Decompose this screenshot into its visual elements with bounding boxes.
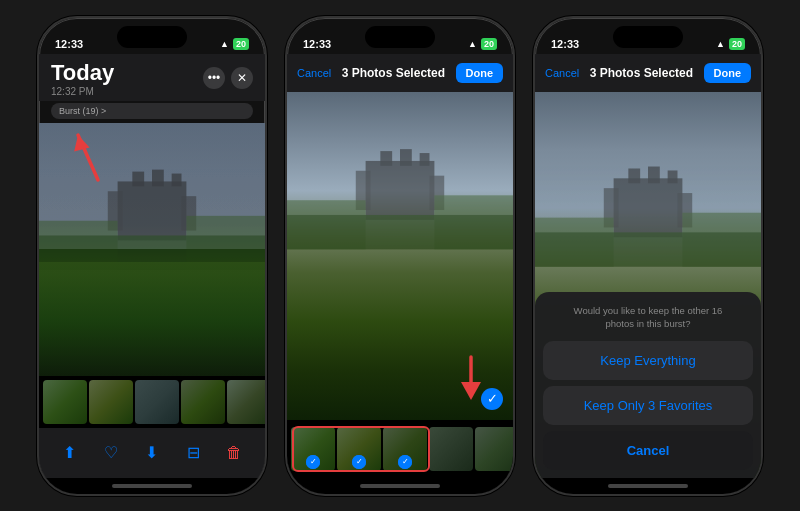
page-title-1: Today <box>51 60 114 86</box>
done-button-2[interactable]: Done <box>456 63 504 83</box>
burst-badge[interactable]: Burst (19) > <box>51 103 253 119</box>
arrow-container-1 <box>63 125 113 189</box>
status-time-3: 12:33 <box>551 38 579 50</box>
home-bar-3 <box>608 484 688 488</box>
screen-2: Cancel 3 Photos Selected Done ✓ <box>287 54 513 494</box>
heart-button[interactable]: ♡ <box>97 439 125 467</box>
screen-3: Cancel 3 Photos Selected Done <box>535 54 761 494</box>
thumb-p2-4[interactable] <box>429 427 473 471</box>
top-bar-2: Cancel 3 Photos Selected Done <box>287 54 513 92</box>
screen-1: Today 12:32 PM ••• ✕ Burst (19) > <box>39 54 265 494</box>
home-bar-1 <box>112 484 192 488</box>
home-indicator-3 <box>535 478 761 494</box>
thumb-3[interactable] <box>135 380 179 424</box>
svg-marker-21 <box>461 382 481 400</box>
svg-rect-22 <box>614 178 683 237</box>
svg-rect-19 <box>287 214 513 248</box>
home-bar-2 <box>360 484 440 488</box>
selected-count-2: 3 Photos Selected <box>342 66 445 80</box>
thumb-selected-3[interactable]: ✓ <box>383 427 427 471</box>
castle-svg-2 <box>287 92 513 289</box>
icloud-button[interactable]: ⬇ <box>138 439 166 467</box>
arrow-container-2 <box>451 352 491 406</box>
battery-3: 20 <box>729 38 745 50</box>
bottom-toolbar-1: ⬆ ♡ ⬇ ⊟ 🗑 <box>39 428 265 478</box>
action-cancel-button[interactable]: Cancel <box>543 431 753 470</box>
photo-background-1 <box>39 123 265 376</box>
phone-1: 12:33 ▲ 20 Today 12:32 PM ••• ✕ Burst (1… <box>37 16 267 496</box>
red-arrow-1 <box>63 125 113 185</box>
status-icons-3: ▲ 20 <box>716 38 745 50</box>
home-indicator-1 <box>39 478 265 494</box>
main-photo-2: ✓ <box>287 92 513 420</box>
status-time-1: 12:33 <box>55 38 83 50</box>
svg-rect-3 <box>172 174 182 187</box>
page-subtitle-1: 12:32 PM <box>51 86 114 97</box>
phone-2: 12:33 ▲ 20 Cancel 3 Photos Selected Done <box>285 16 515 496</box>
wifi-icon-1: ▲ <box>220 39 229 49</box>
top-bar-3: Cancel 3 Photos Selected Done <box>535 54 761 92</box>
wifi-icon-3: ▲ <box>716 39 725 49</box>
action-sheet-message: Would you like to keep the other 16 phot… <box>543 304 753 341</box>
svg-rect-23 <box>628 168 640 183</box>
nav-title-group: Today 12:32 PM <box>51 60 114 97</box>
burst-label: Burst (19) > <box>59 106 106 116</box>
thumb-p2-5[interactable] <box>475 427 513 471</box>
thumbnail-strip-2: ✓ ✓ ✓ <box>287 420 513 478</box>
battery-1: 20 <box>233 38 249 50</box>
thumbnail-strip-1 <box>39 376 265 428</box>
castle-svg-3 <box>535 92 761 324</box>
cancel-button-3[interactable]: Cancel <box>545 67 579 79</box>
thumb-4[interactable] <box>181 380 225 424</box>
close-icon-1: ✕ <box>237 71 247 85</box>
svg-rect-14 <box>420 153 430 166</box>
thumb-5[interactable] <box>227 380 265 424</box>
more-button-1[interactable]: ••• <box>203 67 225 89</box>
battery-2: 20 <box>481 38 497 50</box>
selected-count-3: 3 Photos Selected <box>590 66 693 80</box>
nav-bar-1: Today 12:32 PM ••• ✕ <box>39 54 265 101</box>
phone-3: 12:33 ▲ 20 Cancel 3 Photos Selected Done <box>533 16 763 496</box>
thumb-2[interactable] <box>89 380 133 424</box>
dynamic-island-3 <box>613 26 683 48</box>
ground-overlay-1 <box>39 262 265 376</box>
home-indicator-2 <box>287 478 513 494</box>
red-arrow-2 <box>451 352 491 402</box>
svg-rect-2 <box>152 170 164 187</box>
keep-favorites-button[interactable]: Keep Only 3 Favorites <box>543 386 753 425</box>
adjust-button[interactable]: ⊟ <box>179 439 207 467</box>
more-icon-1: ••• <box>208 71 221 85</box>
dynamic-island <box>117 26 187 48</box>
trash-button[interactable]: 🗑 <box>220 439 248 467</box>
svg-rect-13 <box>400 149 412 166</box>
svg-rect-0 <box>118 182 187 241</box>
wifi-icon-2: ▲ <box>468 39 477 49</box>
svg-rect-1 <box>132 172 144 187</box>
status-icons-1: ▲ 20 <box>220 38 249 50</box>
svg-rect-30 <box>535 232 761 266</box>
status-time-2: 12:33 <box>303 38 331 50</box>
svg-rect-11 <box>366 160 435 219</box>
svg-rect-24 <box>648 166 660 183</box>
share-button[interactable]: ⬆ <box>56 439 84 467</box>
thumb-1[interactable] <box>43 380 87 424</box>
keep-everything-button[interactable]: Keep Everything <box>543 341 753 380</box>
main-photo-3: Would you like to keep the other 16 phot… <box>535 92 761 478</box>
thumb-selected-1[interactable]: ✓ <box>291 427 335 471</box>
close-button-1[interactable]: ✕ <box>231 67 253 89</box>
cancel-button-2[interactable]: Cancel <box>297 67 331 79</box>
main-photo-1 <box>39 123 265 376</box>
nav-actions-1: ••• ✕ <box>203 67 253 89</box>
status-icons-2: ▲ 20 <box>468 38 497 50</box>
action-sheet: Would you like to keep the other 16 phot… <box>535 292 761 478</box>
thumb-selected-2[interactable]: ✓ <box>337 427 381 471</box>
done-button-3[interactable]: Done <box>704 63 752 83</box>
svg-rect-12 <box>380 151 392 166</box>
svg-rect-25 <box>668 170 678 183</box>
dynamic-island-2 <box>365 26 435 48</box>
